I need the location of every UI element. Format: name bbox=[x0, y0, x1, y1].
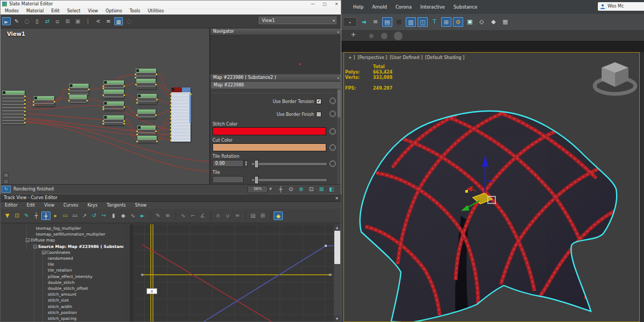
tangent-smooth-icon[interactable]: = bbox=[233, 211, 242, 220]
close-button[interactable]: ✕ bbox=[333, 1, 340, 8]
angle-snap-icon[interactable] bbox=[381, 33, 387, 39]
select-tool-icon[interactable]: ► bbox=[2, 17, 11, 25]
curve-editor-icon[interactable]: ▦ bbox=[394, 17, 404, 27]
params-scrollbar[interactable] bbox=[337, 89, 341, 184]
delete-selected-icon[interactable]: ▯ bbox=[33, 17, 41, 25]
simple-wiring-icon[interactable]: ↺ bbox=[90, 211, 99, 220]
show-ranges-icon[interactable]: ⊞ bbox=[258, 211, 267, 220]
add-icon[interactable]: ✛ bbox=[351, 32, 355, 38]
material-node[interactable] bbox=[104, 115, 124, 125]
select-by-material-icon[interactable]: ◌ bbox=[125, 17, 133, 25]
node-graph-canvas[interactable]: View1 ⊞⊡ bbox=[1, 28, 209, 184]
zoom-level-value[interactable]: 36% bbox=[247, 186, 268, 193]
collapse-icon[interactable]: ▴ bbox=[337, 28, 339, 35]
stitch-color-swatch[interactable] bbox=[213, 127, 326, 135]
tree-item-stitch_spacing[interactable]: stitch_spacing bbox=[1, 316, 123, 321]
edit-ranges-icon[interactable]: ≡ bbox=[163, 211, 172, 220]
render-iterative-icon[interactable]: ▣ bbox=[465, 17, 475, 27]
retime-tool-icon[interactable]: ↗ bbox=[80, 211, 89, 220]
zoom-extents-icon[interactable]: ⊡ bbox=[307, 185, 316, 193]
spinner-arrows[interactable]: ▲▼ bbox=[244, 160, 248, 167]
menu-interactive[interactable]: Interactive bbox=[420, 4, 445, 10]
use-border-finish-controller-button[interactable] bbox=[330, 111, 336, 117]
menu-curves[interactable]: Curves bbox=[63, 203, 78, 208]
map-name-field[interactable]: Map #223986 bbox=[211, 82, 340, 89]
tree-item-texmap_fog_multiplier[interactable]: texmap_fog_multiplier bbox=[1, 225, 123, 231]
menu-show[interactable]: Show bbox=[135, 203, 147, 208]
menu-substance[interactable]: Substance bbox=[453, 4, 477, 10]
material-node[interactable] bbox=[137, 94, 157, 104]
tile-slider-thumb[interactable] bbox=[254, 176, 259, 184]
lock-selection-icon[interactable]: ⊡ bbox=[12, 211, 21, 220]
schematic-view-icon[interactable]: ▥ bbox=[406, 17, 416, 27]
tangent-linear-icon[interactable]: ∠ bbox=[198, 211, 207, 220]
tree-item-stitch_amount[interactable]: stitch_amount bbox=[1, 291, 123, 297]
pick-material-icon[interactable]: ◌ bbox=[23, 17, 31, 25]
tree-item-texmap_selfillumination_multiplier[interactable]: texmap_selfillumination_multiplier bbox=[1, 231, 123, 237]
render-last-icon[interactable]: ◆ bbox=[488, 17, 499, 27]
percent-snap-icon[interactable] bbox=[394, 32, 402, 40]
move-children-icon[interactable]: ⇄ bbox=[43, 17, 52, 25]
chevron-down-icon[interactable]: ▼ bbox=[268, 186, 273, 192]
move-keys-icon[interactable]: ┼ bbox=[41, 211, 50, 220]
show-keyable-icon[interactable]: ▤ bbox=[248, 211, 258, 220]
material-node[interactable] bbox=[69, 84, 89, 95]
layer-manager-icon[interactable]: ≡ bbox=[370, 17, 380, 27]
tree-item-double_stitch_offset[interactable]: double_stitch_offset bbox=[1, 286, 123, 291]
param-out-of-range-icon[interactable]: ↪ bbox=[99, 211, 108, 220]
tree-item-stitch_width[interactable]: stitch_width bbox=[1, 304, 123, 310]
menu-options[interactable]: Options bbox=[106, 9, 122, 13]
use-border-tension-checkbox[interactable]: ✔ bbox=[316, 99, 321, 104]
material-node[interactable] bbox=[137, 109, 156, 119]
material-id-channel-icon[interactable]: ≡ bbox=[104, 17, 113, 25]
material-node[interactable] bbox=[137, 136, 157, 143]
maximize-button[interactable]: □ bbox=[321, 1, 328, 8]
tree-item-source-map-map-223986-substance2-[interactable]: −Source Map: Map #223986 ( Substance2 ) bbox=[1, 244, 123, 250]
render-production-icon[interactable]: ⚙ bbox=[453, 17, 463, 27]
view-selector-dropdown[interactable]: View1 ▾ bbox=[259, 17, 336, 24]
collapse-icon[interactable]: − bbox=[26, 238, 30, 242]
use-border-finish-checkbox[interactable] bbox=[316, 112, 321, 117]
cut-color-swatch[interactable] bbox=[213, 143, 326, 151]
rendered-frame-window-icon[interactable]: ⊞ bbox=[441, 17, 451, 27]
menu-help[interactable]: Help bbox=[353, 4, 363, 10]
render-in-cloud-icon[interactable]: ◇ bbox=[477, 17, 487, 27]
navigator-minimap[interactable] bbox=[210, 35, 341, 74]
material-node[interactable] bbox=[104, 80, 124, 90]
zoom-region-icon[interactable]: ⊕ bbox=[297, 185, 305, 193]
menu-utilities[interactable]: Utilities bbox=[148, 9, 164, 13]
material-editor-icon[interactable]: ◫ bbox=[418, 17, 428, 27]
menu-tools[interactable]: Tools bbox=[130, 9, 141, 13]
cloth-object[interactable] bbox=[360, 111, 617, 322]
parameter-editor-toggle-icon[interactable]: ▦ bbox=[114, 17, 123, 25]
curve-scrollbar[interactable]: ▲ ▼ bbox=[334, 224, 341, 321]
menu-view[interactable]: View bbox=[88, 9, 98, 13]
tree-item-double_stitch[interactable]: double_stitch bbox=[1, 280, 123, 286]
collapse-icon[interactable]: ▴ bbox=[337, 75, 339, 81]
material-node[interactable] bbox=[104, 101, 124, 111]
tile-rotation-slider-thumb[interactable] bbox=[254, 160, 259, 168]
stitch-color-controller-button[interactable] bbox=[330, 128, 336, 135]
tree-item-diffuse-map[interactable]: −Diffuse map bbox=[1, 237, 123, 243]
tree-item-stitch_position[interactable]: stitch_position bbox=[1, 310, 123, 316]
view-cube[interactable] bbox=[595, 62, 635, 94]
close-icon[interactable]: ✕ bbox=[335, 195, 339, 202]
material-node[interactable] bbox=[2, 91, 25, 124]
menu-keys[interactable]: Keys bbox=[87, 203, 98, 208]
menu-corona[interactable]: Corona bbox=[396, 4, 412, 10]
layout-children-icon[interactable]: < bbox=[94, 17, 103, 25]
tile-rotation-controller-button[interactable] bbox=[330, 160, 336, 167]
curve-key[interactable] bbox=[325, 245, 327, 247]
scale-keys-icon[interactable]: ▭ bbox=[61, 211, 70, 220]
render-setup-icon[interactable]: T bbox=[429, 17, 440, 27]
lock-tangents-icon[interactable]: ◆ bbox=[274, 211, 283, 220]
material-node[interactable] bbox=[171, 87, 191, 142]
material-node[interactable] bbox=[136, 69, 156, 79]
use-border-tension-controller-button[interactable] bbox=[330, 98, 336, 104]
slate-title-bar[interactable]: Slate Material Editor — □ ✕ bbox=[1, 1, 341, 8]
selection-set-dropdown[interactable]: ▾ bbox=[343, 17, 357, 27]
edit-keys-icon[interactable]: ✎ bbox=[153, 211, 163, 220]
menu-tangents[interactable]: Tangents bbox=[107, 203, 126, 208]
curve-key[interactable] bbox=[141, 274, 143, 276]
tangent-step-icon[interactable]: ⌐ bbox=[188, 211, 197, 220]
